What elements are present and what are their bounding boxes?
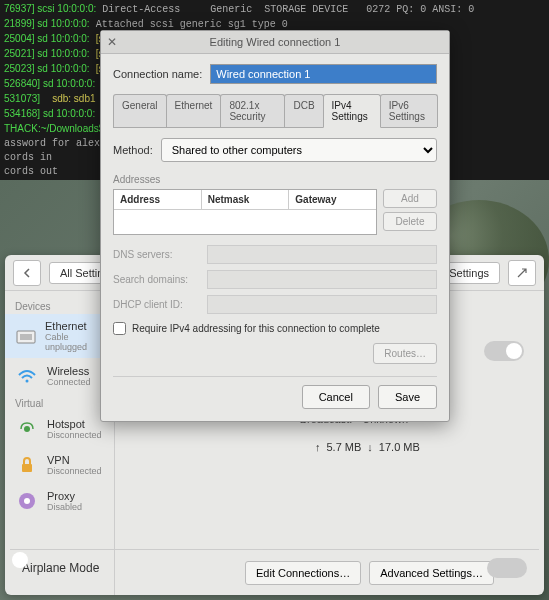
dhcp-client-input[interactable] — [207, 295, 437, 314]
svg-rect-4 — [22, 464, 32, 472]
sidebar-item-status: Cable unplugged — [45, 332, 104, 352]
sidebar-item-label: VPN — [47, 454, 102, 466]
svg-rect-1 — [20, 334, 32, 340]
sidebar-item-ethernet[interactable]: EthernetCable unplugged — [5, 314, 114, 358]
search-domains-label: Search domains: — [113, 274, 199, 285]
sidebar-item-vpn[interactable]: VPNDisconnected — [5, 447, 114, 483]
wifi-icon — [15, 364, 39, 388]
require-ipv4-checkbox[interactable] — [113, 322, 126, 335]
upload-value: 5.7 MB — [327, 441, 362, 453]
sidebar-section-virtual: Virtual — [5, 394, 114, 411]
tab-8021x[interactable]: 802.1x Security — [220, 94, 285, 127]
sidebar-item-hotspot[interactable]: HotspotDisconnected — [5, 411, 114, 447]
airplane-mode-toggle[interactable] — [487, 558, 527, 578]
routes-button[interactable]: Routes… — [373, 343, 437, 364]
save-button[interactable]: Save — [378, 385, 437, 409]
addresses-table[interactable]: Address Netmask Gateway — [113, 189, 377, 235]
sidebar-item-proxy[interactable]: ProxyDisabled — [5, 483, 114, 519]
maximize-button[interactable] — [508, 260, 536, 286]
cancel-button[interactable]: Cancel — [302, 385, 370, 409]
tab-ethernet[interactable]: Ethernet — [166, 94, 222, 127]
lock-icon — [15, 453, 39, 477]
sidebar-item-status: Disabled — [47, 502, 82, 512]
column-gateway: Gateway — [289, 190, 376, 209]
search-domains-input[interactable] — [207, 270, 437, 289]
connection-name-input[interactable] — [210, 64, 437, 84]
sidebar-section-devices: Devices — [5, 297, 114, 314]
sidebar-item-wireless[interactable]: WirelessConnected — [5, 358, 114, 394]
sidebar-item-status: Connected — [47, 377, 91, 387]
require-ipv4-label: Require IPv4 addressing for this connect… — [132, 323, 380, 334]
back-button[interactable] — [13, 260, 41, 286]
svg-point-6 — [24, 498, 30, 504]
dialog-title: Editing Wired connection 1 — [109, 36, 441, 48]
sidebar-item-label: Wireless — [47, 365, 91, 377]
dhcp-client-label: DHCP client ID: — [113, 299, 199, 310]
sidebar-item-label: Hotspot — [47, 418, 102, 430]
sidebar-item-label: Ethernet — [45, 320, 104, 332]
download-value: 17.0 MB — [379, 441, 420, 453]
close-icon[interactable]: ✕ — [107, 35, 117, 49]
add-address-button[interactable]: Add — [383, 189, 437, 208]
addresses-label: Addresses — [113, 174, 437, 185]
method-label: Method: — [113, 144, 153, 156]
edit-connection-dialog: ✕ Editing Wired connection 1 Connection … — [100, 30, 450, 422]
method-select[interactable]: Shared to other computers — [161, 138, 437, 162]
svg-point-3 — [24, 426, 30, 432]
traffic-stats: ↑ 5.7 MB ↓ 17.0 MB — [315, 441, 420, 453]
delete-address-button[interactable]: Delete — [383, 212, 437, 231]
tabs: General Ethernet 802.1x Security DCB IPv… — [113, 94, 437, 128]
column-address: Address — [114, 190, 202, 209]
download-arrow-icon: ↓ — [367, 441, 373, 453]
ethernet-icon — [15, 324, 37, 348]
sidebar-item-label: Proxy — [47, 490, 82, 502]
proxy-icon — [15, 489, 39, 513]
sidebar-item-status: Disconnected — [47, 430, 102, 440]
column-netmask: Netmask — [202, 190, 290, 209]
upload-arrow-icon: ↑ — [315, 441, 321, 453]
tab-ipv4[interactable]: IPv4 Settings — [323, 94, 381, 128]
airplane-mode-label: Airplane Mode — [22, 561, 99, 575]
tab-general[interactable]: General — [113, 94, 167, 127]
dns-input[interactable] — [207, 245, 437, 264]
ethernet-toggle[interactable] — [484, 341, 524, 361]
tab-ipv6[interactable]: IPv6 Settings — [380, 94, 438, 127]
dns-label: DNS servers: — [113, 249, 199, 260]
svg-point-2 — [26, 380, 29, 383]
connection-name-label: Connection name: — [113, 68, 202, 80]
tab-dcb[interactable]: DCB — [284, 94, 323, 127]
hotspot-icon — [15, 417, 39, 441]
sidebar-item-status: Disconnected — [47, 466, 102, 476]
